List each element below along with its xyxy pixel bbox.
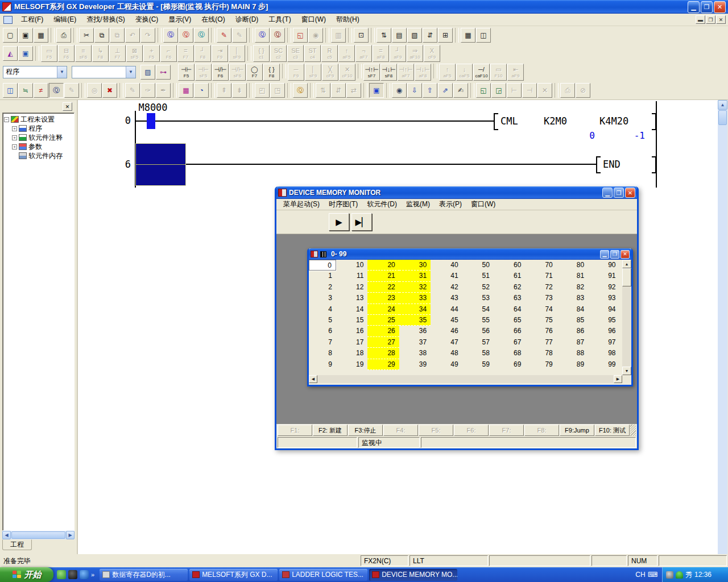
memory-cell-d45[interactable]: 45	[431, 315, 462, 326]
menu-item-3[interactable]: 变换(C)	[130, 13, 164, 26]
block-af8[interactable]: =aF8	[373, 45, 389, 62]
application-instruction[interactable]: { }F8	[263, 64, 280, 81]
memory-cell-d18[interactable]: 18	[336, 348, 367, 359]
monitor-titlebar[interactable]: DEVICE MEMORY MONITOR ▁ ❐ ✕	[276, 186, 637, 199]
sidebar-item-1[interactable]: +软元件注释	[12, 133, 74, 142]
memory-cell-d58[interactable]: 58	[462, 348, 494, 359]
open-contact[interactable]: ⊣⊢F5	[178, 64, 195, 81]
quick-launch-icon-3[interactable]	[80, 570, 89, 579]
window-prev[interactable]: ◰	[255, 83, 270, 98]
scroll-left-icon[interactable]: ◀	[309, 375, 317, 383]
block-c4[interactable]: STc4	[304, 45, 321, 62]
memory-cell-d38[interactable]: 38	[399, 348, 431, 359]
memory-cell-d10[interactable]: 10	[336, 260, 367, 271]
sidebar-item-0[interactable]: +程序	[12, 124, 74, 133]
expand-icon[interactable]: +	[12, 144, 17, 149]
memory-cell-d32[interactable]: 32	[399, 282, 431, 293]
taskbar-task-3[interactable]: DEVICE MEMORY MO...	[369, 569, 457, 581]
sfc-f8[interactable]: ┘F8	[195, 45, 211, 62]
memory-cell-d48[interactable]: 48	[431, 348, 462, 359]
block-c3[interactable]: SEc3	[287, 45, 304, 62]
memory-cell-d71[interactable]: 71	[525, 271, 556, 281]
fkey-button-3[interactable]: F3:停止	[348, 425, 383, 436]
device-batch-monitor[interactable]: ◎	[87, 83, 102, 98]
memory-cell-d70[interactable]: 70	[525, 260, 556, 271]
copy[interactable]: ⧉	[94, 28, 109, 43]
zoom-out[interactable]: Ⓠ	[255, 28, 270, 43]
start-button[interactable]: 开始	[0, 567, 53, 582]
scroll-up-icon[interactable]: ▲	[622, 260, 631, 268]
memory-cell-d84[interactable]: 84	[557, 304, 588, 315]
sort-swap[interactable]: ⇄	[346, 83, 361, 98]
memory-cell-d78[interactable]: 78	[525, 348, 556, 359]
stop-monitor[interactable]: ✖	[102, 83, 117, 98]
frame-f5[interactable]: ▭F5	[41, 45, 57, 62]
insert-mode[interactable]: ✎	[217, 28, 231, 43]
memory-cell-d34[interactable]: 34	[399, 304, 431, 315]
device-use-list[interactable]: ▤	[392, 28, 407, 43]
frame-f6[interactable]: ⊟F6	[58, 45, 75, 62]
open[interactable]: ▣	[18, 28, 33, 43]
memory-cell-d9[interactable]: 9	[309, 359, 336, 370]
memory-cell-d27[interactable]: 27	[367, 337, 399, 348]
memory-cell-d94[interactable]: 94	[588, 304, 619, 315]
memory-cell-d63[interactable]: 63	[494, 293, 525, 304]
memory-cell-d65[interactable]: 65	[494, 315, 525, 326]
tile-v[interactable]: ⊣	[522, 83, 537, 98]
quick-launch-more[interactable]: »	[91, 571, 94, 578]
clock-monitor[interactable]: ◔	[194, 83, 209, 98]
entry-data-monitor[interactable]: Ⓠ	[293, 83, 308, 98]
monitor-mode[interactable]: Ⓠ	[49, 83, 64, 98]
memory-cell-d96[interactable]: 96	[588, 326, 619, 336]
memory-cell-d66[interactable]: 66	[494, 326, 525, 336]
memory-cell-d40[interactable]: 40	[431, 260, 462, 271]
memory-cell-d79[interactable]: 79	[525, 359, 556, 370]
antivirus-umbrella-icon[interactable]	[676, 571, 683, 579]
block-af5[interactable]: ↑aF5	[338, 45, 355, 62]
edit-inline[interactable]: ✑	[140, 83, 155, 98]
start-monitor-ladder[interactable]: ◫	[3, 83, 18, 98]
memory-cell-d67[interactable]: 67	[494, 337, 525, 348]
fkey-button-2[interactable]: F2: 新建	[313, 425, 348, 436]
memory-cell-d4[interactable]: 4	[309, 304, 336, 315]
memory-cell-d76[interactable]: 76	[525, 326, 556, 336]
memory-cell-d93[interactable]: 93	[588, 293, 619, 304]
instruction-operand2[interactable]: K4M20	[599, 115, 628, 127]
fkey-button-9[interactable]: F9:Jump	[560, 425, 594, 436]
fkey-button-1[interactable]: F1:	[278, 425, 312, 436]
memory-cell-d15[interactable]: 15	[336, 315, 367, 326]
comment-display[interactable]: ▨	[140, 65, 155, 80]
overwrite-mode[interactable]: ✎	[232, 28, 247, 43]
memory-cell-d26[interactable]: 26	[367, 326, 399, 336]
menu-item-5[interactable]: 在线(O)	[196, 13, 230, 26]
print-ladder[interactable]: ⎙	[560, 83, 575, 98]
memory-cell-d21[interactable]: 21	[367, 271, 399, 281]
memory-cell-d85[interactable]: 85	[557, 315, 588, 326]
restore-button[interactable]: ❐	[701, 1, 713, 13]
memory-cell-d91[interactable]: 91	[588, 271, 619, 281]
monitor-menu-item-0[interactable]: 菜单起动(S)	[279, 198, 324, 210]
menu-item-7[interactable]: 工具(T)	[263, 13, 296, 26]
memory-cell-d37[interactable]: 37	[399, 337, 431, 348]
memory-cell-d80[interactable]: 80	[557, 260, 588, 271]
memory-cell-d36[interactable]: 36	[399, 326, 431, 336]
memory-cell-d2[interactable]: 2	[309, 282, 336, 293]
device-memory-monitor[interactable]: ▣	[369, 83, 384, 98]
cut[interactable]: ✂	[79, 28, 94, 43]
tile-windows[interactable]: ◲	[491, 83, 506, 98]
refresh[interactable]: ◉	[308, 28, 323, 43]
memory-cell-d86[interactable]: 86	[557, 326, 588, 336]
sfc-f7[interactable]: =F7	[177, 45, 194, 62]
scroll-down-icon[interactable]: ▼	[622, 367, 631, 375]
keyboard-icon[interactable]: ⌨	[648, 571, 657, 579]
taskbar-task-1[interactable]: MELSOFT系列 GX D...	[189, 569, 278, 581]
memory-cell-d30[interactable]: 30	[399, 260, 431, 271]
menu-item-0[interactable]: 工程(F)	[16, 13, 48, 26]
expand-icon[interactable]: +	[12, 135, 17, 140]
memory-cell-d12[interactable]: 12	[336, 282, 367, 293]
memory-cell-d28[interactable]: 28	[367, 348, 399, 359]
delete-horizontal[interactable]: ╳cF9	[322, 64, 338, 81]
sidebar-item-3[interactable]: 软元件内存	[12, 151, 74, 160]
error-jump[interactable]: ▧	[407, 28, 422, 43]
memory-cell-d92[interactable]: 92	[588, 282, 619, 293]
